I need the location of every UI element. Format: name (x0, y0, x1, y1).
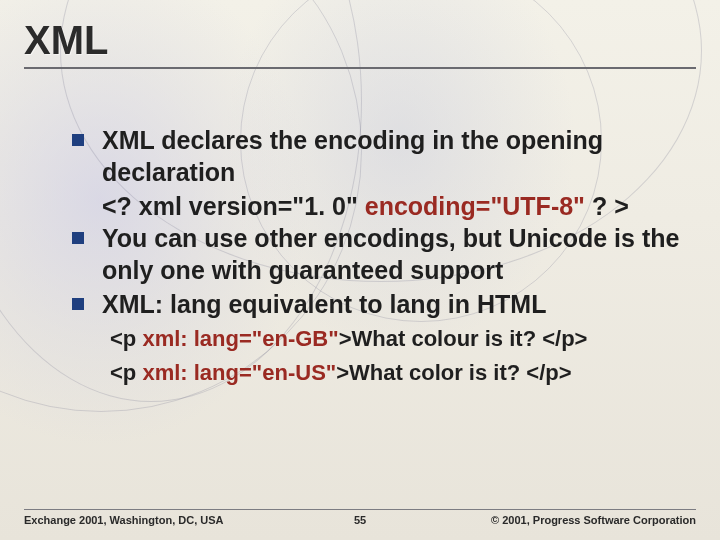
footer-row: Exchange 2001, Washington, DC, USA 55 © … (24, 514, 696, 526)
bullet-text: XML declares the encoding in the opening… (102, 124, 680, 188)
bullet-square-icon (72, 298, 84, 310)
bullet-square-icon (72, 134, 84, 146)
code-plain: >What color is it? </p> (336, 360, 571, 385)
footer: Exchange 2001, Washington, DC, USA 55 © … (24, 509, 696, 526)
code-plain: >What colour is it? </p> (339, 326, 588, 351)
footer-right: © 2001, Progress Software Corporation (390, 514, 696, 526)
code-plain: <? xml version="1. 0" (102, 192, 365, 220)
footer-left: Exchange 2001, Washington, DC, USA (24, 514, 330, 526)
bullet-row: XML: lang equivalent to lang in HTML (72, 288, 680, 320)
bullet-text: You can use other encodings, but Unicode… (102, 222, 680, 286)
code-line: <p xml: lang="en-GB">What colour is it? … (110, 324, 680, 354)
code-keyword: xml: lang="en-GB" (142, 326, 338, 351)
bullet-square-icon (72, 232, 84, 244)
code-line: <p xml: lang="en-US">What color is it? <… (110, 358, 680, 388)
title-rule (24, 67, 696, 69)
code-plain: <p (110, 360, 142, 385)
bullet-row: XML declares the encoding in the opening… (72, 124, 680, 188)
bullet-text: XML: lang equivalent to lang in HTML (102, 288, 546, 320)
footer-rule (24, 509, 696, 510)
code-plain: <p (110, 326, 142, 351)
slide: XML XML declares the encoding in the ope… (0, 0, 720, 540)
code-keyword: encoding="UTF-8" (365, 192, 585, 220)
title-block: XML (24, 18, 696, 69)
slide-number: 55 (330, 514, 390, 526)
code-line: <? xml version="1. 0" encoding="UTF-8" ?… (102, 190, 680, 222)
code-keyword: xml: lang="en-US" (142, 360, 336, 385)
slide-title: XML (24, 18, 696, 63)
content-area: XML declares the encoding in the opening… (72, 124, 680, 387)
bullet-row: You can use other encodings, but Unicode… (72, 222, 680, 286)
code-plain: ? > (585, 192, 629, 220)
